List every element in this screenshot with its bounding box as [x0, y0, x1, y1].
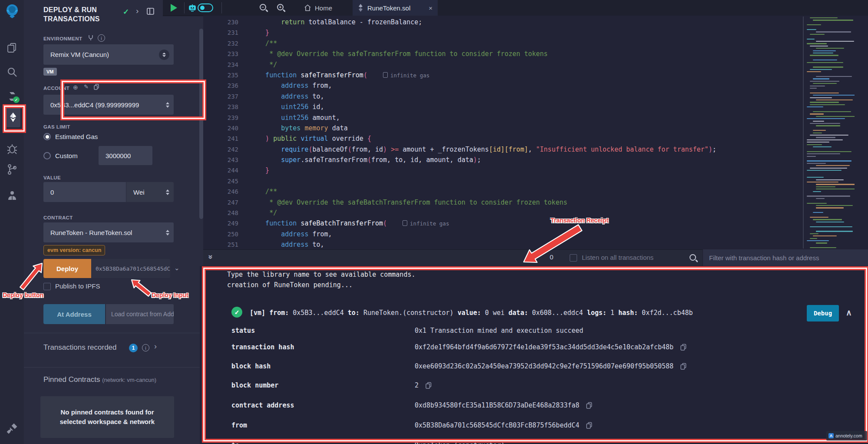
- minimap-line: [816, 207, 844, 208]
- tab-home[interactable]: Home: [300, 0, 337, 16]
- transactions-info-icon[interactable]: i: [142, 344, 149, 351]
- annotely-logo-icon: A: [828, 433, 834, 438]
- compile-success-badge: ✓: [13, 96, 20, 103]
- minimap-line: [813, 219, 842, 220]
- fork-icon[interactable]: [88, 34, 94, 43]
- transactions-recorded-label: Transactions recorded: [43, 343, 117, 352]
- plugin-manager-plug-icon[interactable]: [6, 422, 18, 434]
- minimap-line: [816, 222, 844, 222]
- solidity-compiler-icon[interactable]: ✓: [6, 90, 18, 103]
- terminal-log-line: creation of RuneToken pending...: [227, 280, 353, 290]
- receipt-row-value[interactable]: RuneToken.(constructor): [415, 441, 505, 444]
- run-script-play-icon[interactable]: [171, 4, 177, 12]
- code-line: address to,: [250, 239, 805, 249]
- line-number: 237: [203, 91, 238, 102]
- remix-logo-icon[interactable]: [4, 3, 20, 19]
- panel-expand-icon[interactable]: ›: [136, 6, 139, 16]
- receipt-row-value[interactable]: 0xee6093d236c02a52a450ea73952d3dd942c9e2…: [415, 362, 686, 370]
- minimap-line: [807, 170, 842, 171]
- tx-summary-line[interactable]: [vm] from: 0x5B3...eddC4 to: RuneToken.(…: [250, 309, 693, 317]
- line-number: 239: [203, 113, 238, 123]
- copy-icon[interactable]: [426, 382, 432, 389]
- copy-icon[interactable]: [680, 363, 686, 370]
- minimap-line: [810, 97, 832, 98]
- tab-runetoken-sol[interactable]: RuneToken.sol ×: [353, 0, 438, 16]
- chevron-updown-icon: [159, 50, 169, 60]
- publish-ipfs-checkbox[interactable]: [43, 283, 51, 290]
- at-address-button[interactable]: At Address: [43, 304, 105, 324]
- deploy-expand-chevron-icon[interactable]: ⌄: [174, 264, 180, 272]
- home-tab-label: Home: [315, 4, 332, 12]
- listen-all-transactions-checkbox[interactable]: [570, 254, 577, 262]
- minimap-line: [807, 163, 826, 164]
- minimap-line: [810, 17, 838, 18]
- receipt-row-value[interactable]: 2: [415, 381, 432, 389]
- receipt-row-value[interactable]: 0xf2de1f964bfd4f9a6d67972f4e1dea39f53ac3…: [415, 343, 686, 351]
- value-input[interactable]: 0: [43, 182, 126, 202]
- zoom-out-icon[interactable]: −: [260, 4, 266, 10]
- editor-minimap[interactable]: [806, 17, 855, 249]
- terminal-search-icon[interactable]: [690, 254, 696, 261]
- tab-close-icon[interactable]: ×: [429, 4, 432, 12]
- code-editor[interactable]: 2302312322332342352362372382392402412422…: [203, 16, 868, 249]
- panel-scrollbar[interactable]: [199, 29, 203, 219]
- receipt-row-label: block number: [231, 381, 278, 389]
- gas-limit-label: GAS LIMIT: [43, 124, 70, 129]
- environment-info-icon[interactable]: i: [98, 34, 105, 42]
- contract-value: RuneToken - RuneToken.sol: [43, 229, 132, 236]
- receipt-row-value[interactable]: 0x1 Transaction mined and execution succ…: [415, 327, 583, 335]
- receipt-row-value[interactable]: 0x5B38Da6a701c568545dCfcB03FcB875f56bedd…: [415, 421, 592, 429]
- environment-select[interactable]: Remix VM (Cancun): [43, 44, 174, 65]
- terminal-output: Type the library name to see available c…: [200, 266, 868, 444]
- deploy-input[interactable]: 0x5B38Da6a701c568545dCfcB03FcB875f56bedd…: [91, 259, 170, 278]
- estimated-gas-label: Estimated Gas: [55, 133, 98, 140]
- minimap-line: [807, 153, 840, 154]
- editor-sash[interactable]: [803, 17, 804, 249]
- tx-collapse-chevron-icon[interactable]: ∧: [846, 308, 852, 318]
- copy-icon[interactable]: [586, 422, 592, 429]
- terminal-collapse-icon[interactable]: «: [205, 255, 215, 259]
- minimap-line: [813, 50, 836, 51]
- git-branch-icon[interactable]: [6, 163, 18, 176]
- code-line: require(balanceOf(from, id) >= amount + …: [250, 144, 805, 155]
- panel-layout-icon[interactable]: [147, 8, 154, 17]
- line-number: 235: [203, 70, 238, 80]
- fuel-pump-icon: [403, 220, 407, 226]
- terminal-filter-input[interactable]: Filter with transaction hash or address: [703, 249, 868, 266]
- debug-button[interactable]: Debug: [807, 305, 839, 321]
- deploy-run-icon[interactable]: [6, 107, 20, 127]
- copy-icon[interactable]: [680, 344, 686, 351]
- home-icon: [304, 4, 311, 11]
- deploy-input-annotation-label: Deploy Input: [152, 292, 188, 298]
- ai-copilot-toggle[interactable]: [198, 3, 213, 12]
- minimap-line: [813, 95, 855, 96]
- value-unit-select[interactable]: Wei: [126, 182, 174, 202]
- minimap-line: [813, 146, 832, 147]
- zoom-in-icon[interactable]: +: [277, 4, 284, 10]
- deploy-button[interactable]: Deploy: [43, 259, 91, 278]
- transactions-expand-chevron[interactable]: ›: [154, 342, 157, 351]
- minimap-line: [807, 139, 843, 140]
- receipt-row-value[interactable]: 0xd8b934580fcE35a11B58C6D73aDeE468a2833f…: [415, 401, 592, 409]
- account-label: ACCOUNT: [43, 86, 69, 91]
- account-select[interactable]: 0x5B3...eddC4 (99.999999999: [43, 95, 174, 115]
- line-number: 248: [203, 208, 238, 218]
- estimated-gas-radio[interactable]: [43, 133, 51, 140]
- account-add-icon[interactable]: ⊕: [73, 84, 78, 91]
- chevron-updown-icon: [166, 230, 169, 235]
- file-explorer-icon[interactable]: [6, 42, 18, 54]
- ai-assistant-robot-icon[interactable]: [188, 3, 197, 14]
- account-edit-icon[interactable]: ✎: [84, 83, 89, 90]
- search-icon[interactable]: [6, 66, 18, 78]
- minimap-line: [813, 191, 821, 192]
- account-copy-icon[interactable]: [94, 84, 99, 92]
- copy-icon[interactable]: [586, 402, 592, 409]
- editor-toolbar: [163, 0, 868, 16]
- custom-gas-input[interactable]: 3000000: [99, 146, 152, 165]
- debugger-icon[interactable]: [6, 142, 18, 155]
- contract-select[interactable]: RuneToken - RuneToken.sol: [43, 222, 174, 242]
- minimap-line: [807, 24, 821, 25]
- learneth-icon[interactable]: [6, 189, 18, 202]
- custom-gas-radio[interactable]: [43, 152, 51, 159]
- at-address-input[interactable]: Load contract from Address: [106, 304, 174, 324]
